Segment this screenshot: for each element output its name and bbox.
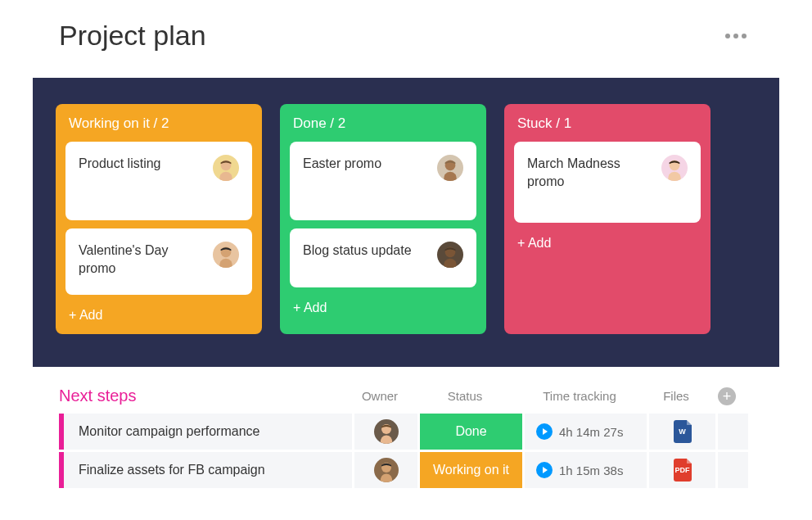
column-header-status[interactable]: Status — [413, 389, 517, 403]
table-header-row: Next steps Owner Status Time tracking Fi… — [59, 387, 776, 405]
row-name[interactable]: Finalize assets for FB campaign — [64, 452, 352, 488]
group-title[interactable]: Next steps — [59, 387, 347, 405]
kanban-board: Working on it / 2Product listing Valenti… — [33, 78, 779, 367]
time-value: 4h 14m 27s — [559, 425, 623, 439]
more-icon — [733, 34, 738, 38]
cell-owner[interactable] — [354, 414, 417, 450]
card-title: Valentine's Day promo — [79, 242, 203, 277]
column-header[interactable]: Done / 2 — [290, 115, 476, 133]
column-header[interactable]: Stuck / 1 — [514, 115, 701, 133]
add-card-button[interactable]: + Add — [514, 231, 701, 252]
cell-empty — [718, 452, 748, 488]
card-title: Easter promo — [303, 155, 427, 173]
pdf-file-icon: PDF — [674, 459, 692, 482]
cell-empty — [718, 414, 748, 450]
column-header[interactable]: Working on it / 2 — [65, 115, 252, 133]
avatar[interactable] — [437, 155, 463, 181]
next-steps-table: Next steps Owner Status Time tracking Fi… — [0, 367, 812, 488]
kanban-card[interactable]: Blog status update — [290, 228, 476, 287]
more-icon — [742, 34, 747, 38]
cell-time-tracking[interactable]: 4h 14m 27s — [525, 414, 647, 450]
kanban-card[interactable]: March Madness promo — [514, 142, 701, 223]
cell-status[interactable]: Done — [420, 414, 522, 450]
avatar[interactable] — [437, 242, 463, 268]
kanban-column-green: Done / 2Easter promo Blog status update … — [280, 104, 486, 334]
table-row[interactable]: Finalize assets for FB campaign Working … — [59, 452, 776, 488]
card-title: March Madness promo — [527, 155, 652, 190]
card-title: Blog status update — [303, 242, 427, 260]
avatar[interactable] — [213, 242, 239, 268]
more-icon — [725, 34, 730, 38]
column-header-add: + — [710, 387, 743, 405]
time-value: 1h 15m 38s — [559, 463, 623, 477]
more-menu-button[interactable] — [719, 27, 753, 45]
add-card-button[interactable]: + Add — [65, 303, 252, 324]
play-icon[interactable] — [536, 423, 553, 440]
column-header-time[interactable]: Time tracking — [517, 389, 642, 403]
kanban-column-yellow: Working on it / 2Product listing Valenti… — [56, 104, 262, 334]
kanban-card[interactable]: Valentine's Day promo — [65, 228, 252, 295]
kanban-column-red: Stuck / 1March Madness promo + Add — [504, 104, 710, 334]
avatar[interactable] — [213, 155, 239, 181]
cell-files[interactable]: PDF — [649, 452, 715, 488]
kanban-card[interactable]: Easter promo — [290, 142, 476, 220]
table-row[interactable]: Monitor campaign performance Done4h 14m … — [59, 414, 776, 450]
cell-status[interactable]: Working on it — [420, 452, 522, 488]
page-title: Project plan — [59, 20, 206, 52]
word-file-icon: W — [674, 420, 692, 443]
avatar — [374, 458, 399, 482]
cell-files[interactable]: W — [649, 414, 715, 450]
kanban-card[interactable]: Product listing — [65, 142, 252, 220]
column-header-files[interactable]: Files — [642, 389, 710, 403]
card-title: Product listing — [79, 155, 203, 173]
add-column-button[interactable]: + — [718, 387, 736, 405]
cell-owner[interactable] — [354, 452, 417, 488]
row-name[interactable]: Monitor campaign performance — [64, 414, 352, 450]
add-card-button[interactable]: + Add — [290, 296, 476, 317]
avatar — [374, 419, 399, 444]
column-header-owner[interactable]: Owner — [347, 389, 413, 403]
avatar[interactable] — [661, 155, 688, 181]
play-icon[interactable] — [536, 462, 553, 478]
cell-time-tracking[interactable]: 1h 15m 38s — [525, 452, 647, 488]
